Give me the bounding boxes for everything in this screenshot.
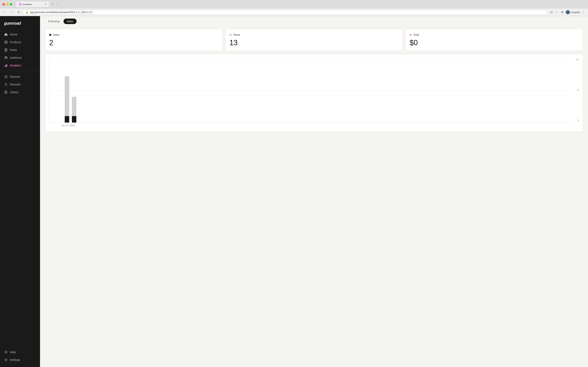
sidebar-item-discover[interactable]: Discover xyxy=(0,81,40,88)
svg-text:?: ? xyxy=(6,351,7,353)
views-bar-1 xyxy=(65,76,69,123)
nav-divider-1 xyxy=(0,71,40,71)
minimize-button[interactable] xyxy=(6,3,9,6)
box-icon xyxy=(4,40,8,44)
tab-following[interactable]: Following xyxy=(45,18,63,24)
y-label-5: 5 xyxy=(578,89,579,91)
traffic-lights xyxy=(2,3,12,6)
stat-card-total: Total $0 xyxy=(405,29,583,51)
maximize-button[interactable] xyxy=(10,3,12,6)
svg-rect-11 xyxy=(7,64,7,67)
tab-close-icon[interactable]: ✕ xyxy=(45,3,47,6)
chart-svg xyxy=(49,58,571,123)
stat-label-total: Total xyxy=(410,33,579,36)
sidebar-item-audience[interactable]: Audience xyxy=(0,54,40,62)
nav-spacer xyxy=(0,96,40,348)
svg-point-20 xyxy=(6,359,7,360)
sidebar-item-home[interactable]: Home xyxy=(0,31,40,38)
sidebar-item-settings[interactable]: Settings xyxy=(0,356,40,364)
file-text-icon xyxy=(4,48,8,52)
page-tabs: Following Sales xyxy=(40,16,588,26)
back-button[interactable]: ← xyxy=(2,10,8,14)
cast-icon[interactable]: ⊡ xyxy=(549,10,553,15)
browser-toolbar: ← → ↻ 🔒 app.gumroad.com/dashboard/sales#… xyxy=(0,8,588,16)
svg-line-15 xyxy=(6,85,7,86)
views-value: 13 xyxy=(229,39,399,47)
toolbar-actions: ⊡ ☆ ⚙ 👤 Incognito ⋮ xyxy=(549,10,586,15)
total-dot xyxy=(410,34,412,36)
views-label-text: Views xyxy=(233,33,240,36)
svg-point-7 xyxy=(5,57,6,58)
forward-button[interactable]: → xyxy=(9,10,15,14)
users-icon xyxy=(4,56,8,59)
star-icon[interactable]: ☆ xyxy=(555,10,559,15)
sidebar-logo: gumroad xyxy=(0,19,40,31)
dollar-icon: $ xyxy=(4,75,8,78)
sidebar-label-settings: Settings xyxy=(10,358,20,361)
help-icon: ? xyxy=(4,350,8,354)
svg-point-14 xyxy=(5,83,7,85)
chart-plot-area: Jan 12, 2023 xyxy=(49,58,571,123)
book-icon xyxy=(4,90,8,94)
tab-more-button[interactable]: ⋮ xyxy=(56,2,59,6)
total-value: $0 xyxy=(410,39,579,47)
sales-bar-1 xyxy=(65,116,69,123)
svg-point-8 xyxy=(6,57,7,58)
sidebar-item-help[interactable]: ? Help xyxy=(0,348,40,356)
y-label-10: 10 xyxy=(576,58,579,61)
stat-card-views: Views 13 xyxy=(225,29,403,51)
profile-label: Incognito xyxy=(571,11,580,13)
chart-inner: Jan 12, 2023 10 5 0 xyxy=(49,58,579,128)
active-tab[interactable]: Analytics ✕ xyxy=(16,2,49,7)
sidebar-label-audience: Audience xyxy=(10,56,22,59)
new-tab-button[interactable]: + xyxy=(50,2,55,7)
profile-button[interactable]: 👤 Incognito xyxy=(566,10,580,14)
sidebar-item-payouts[interactable]: $ Payouts xyxy=(0,73,40,81)
stat-card-sales: Sales 2 xyxy=(45,29,223,51)
stat-label-views: Views xyxy=(229,33,399,36)
main-content: Following Sales Sales 2 Views 13 xyxy=(40,16,588,367)
tab-title: Analytics xyxy=(23,3,43,6)
search-icon xyxy=(4,83,8,86)
address-text: app.gumroad.com/dashboard/sales#2023-1-1… xyxy=(30,11,545,14)
tab-sales[interactable]: Sales xyxy=(63,18,77,24)
refresh-button[interactable]: ↻ xyxy=(16,10,21,14)
sidebar-label-payouts: Payouts xyxy=(10,75,20,78)
sidebar-item-library[interactable]: Library xyxy=(0,88,40,96)
profile-avatar: 👤 xyxy=(566,10,570,14)
browser-chrome: Analytics ✕ + ⋮ ← → ↻ 🔒 app.gumroad.com/… xyxy=(0,0,588,16)
more-button[interactable]: ⋮ xyxy=(581,10,586,15)
sidebar-item-products[interactable]: Products xyxy=(0,38,40,46)
sidebar-item-analytics[interactable]: Analytics xyxy=(0,62,40,69)
y-label-0: 0 xyxy=(578,119,579,122)
sidebar-label-home: Home xyxy=(10,33,17,36)
close-button[interactable] xyxy=(2,3,5,6)
chart-y-axis: 10 5 0 xyxy=(573,58,579,122)
app-layout: gumroad Home Products xyxy=(0,16,588,367)
stat-label-sales: Sales xyxy=(49,33,218,36)
bar-chart-icon xyxy=(4,64,8,67)
gear-icon xyxy=(4,358,8,362)
svg-text:$: $ xyxy=(6,76,7,78)
chart-x-label: Jan 12, 2023 xyxy=(62,123,75,127)
sidebar-label-posts: Posts xyxy=(10,48,17,52)
address-bar[interactable]: 🔒 app.gumroad.com/dashboard/sales#2023-1… xyxy=(23,10,548,15)
sidebar-label-help: Help xyxy=(10,350,16,354)
sales-label-text: Sales xyxy=(53,33,60,36)
sales-value: 2 xyxy=(49,39,218,47)
sidebar-item-posts[interactable]: Posts xyxy=(0,46,40,54)
sidebar-label-discover: Discover xyxy=(10,83,21,86)
svg-rect-9 xyxy=(5,66,5,67)
total-label-text: Total xyxy=(413,33,419,36)
svg-rect-10 xyxy=(6,65,6,67)
lock-icon: 🔒 xyxy=(26,11,28,14)
sidebar-label-library: Library xyxy=(10,91,18,94)
sidebar-label-products: Products xyxy=(10,41,21,44)
sidebar: gumroad Home Products xyxy=(0,16,40,367)
tab-favicon xyxy=(19,3,22,6)
tab-bar: Analytics ✕ + ⋮ xyxy=(14,2,61,7)
chart-container: Jan 12, 2023 10 5 0 xyxy=(45,54,583,132)
sidebar-label-analytics: Analytics xyxy=(10,64,21,67)
extension-icon[interactable]: ⚙ xyxy=(560,10,564,15)
house-icon xyxy=(4,33,8,36)
